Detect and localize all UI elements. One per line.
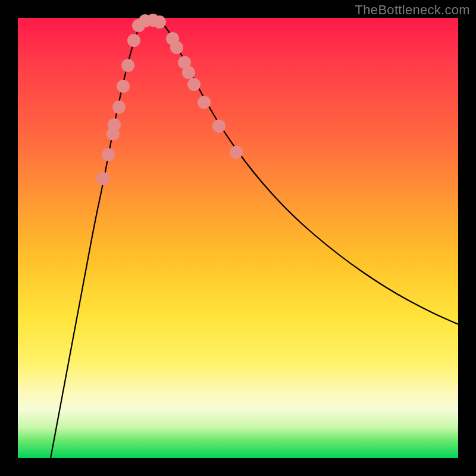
highlight-dot (170, 41, 183, 54)
highlight-dot (230, 146, 243, 159)
plot-area (18, 18, 458, 458)
highlight-dot (121, 59, 134, 72)
highlight-dot (198, 96, 211, 109)
chart-svg (18, 18, 458, 458)
highlight-dot (127, 34, 140, 47)
highlight-dot (108, 118, 121, 131)
outer-frame: TheBottleneck.com (0, 0, 476, 476)
highlight-dot (112, 101, 126, 114)
highlight-dot (212, 120, 226, 133)
watermark-text: TheBottleneck.com (355, 2, 470, 18)
highlight-dot (117, 80, 130, 93)
bottleneck-curve (51, 18, 458, 458)
highlight-dot (187, 78, 201, 91)
highlight-dot (102, 148, 115, 161)
highlight-dot (153, 15, 166, 29)
marker-layer (96, 14, 243, 185)
highlight-dot (182, 66, 195, 79)
highlight-dot (96, 172, 109, 185)
curve-layer (51, 18, 458, 458)
